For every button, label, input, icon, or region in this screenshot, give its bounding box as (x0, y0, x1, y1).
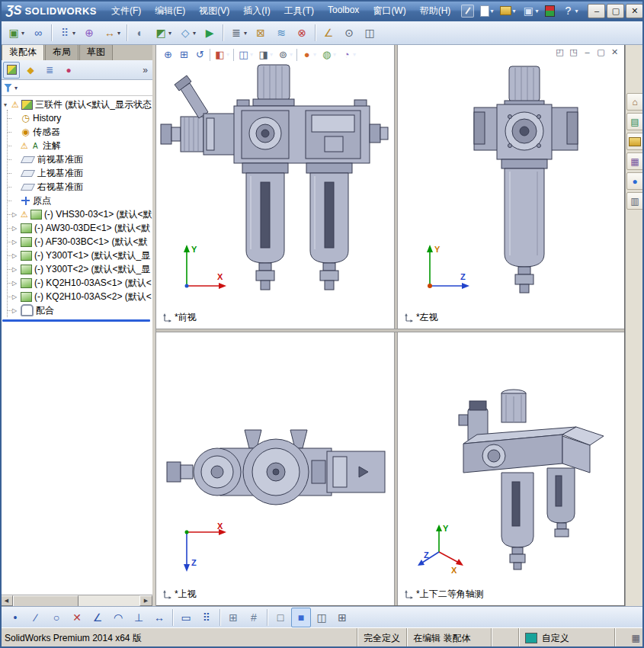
sketch-fillet-button[interactable]: ∠ (88, 608, 107, 627)
menu-toolbox[interactable]: Toolbox (321, 2, 366, 21)
reference-geometry-button[interactable]: ◇▾ (175, 23, 199, 43)
viewport-top[interactable]: X Z *上视 (156, 332, 394, 605)
shaded-with-edges-button[interactable]: ■ (291, 608, 311, 627)
linear-component-pattern-button[interactable]: ⠿▾ (55, 23, 78, 43)
tree-horizontal-scrollbar[interactable]: ◀ ▶ (0, 595, 152, 606)
exploded-view-button[interactable]: ⊠ (251, 23, 271, 43)
hide-show-items-button[interactable]: ⊚▾ (275, 47, 295, 63)
zoom-to-fit-button[interactable]: ⊕ (160, 47, 176, 63)
tree-item-annotations[interactable]: ⚠A注解 (0, 139, 152, 152)
viewport-front[interactable]: Y X *前视 (156, 45, 394, 329)
tree-item-component-kq2h10-03as-2[interactable]: ▷(-) KQ2H10-03AS<2> (默认< (0, 290, 152, 303)
rollback-bar[interactable] (2, 319, 150, 322)
save-document-button[interactable]: ▣▾ (520, 3, 540, 18)
snap-to-points-button[interactable]: # (244, 608, 264, 627)
expand-arrow-icon[interactable]: ▾ (2, 101, 9, 108)
menu-file[interactable]: 文件(F) (104, 2, 148, 21)
menu-edit[interactable]: 编辑(E) (148, 2, 192, 21)
viewport-splitter-horizontal[interactable] (156, 329, 625, 332)
bill-of-materials-button[interactable]: ≣▾ (226, 23, 250, 43)
point-button[interactable]: • (5, 608, 25, 627)
expand-arrow-icon[interactable]: ▷ (11, 307, 18, 314)
menu-tools[interactable]: 工具(T) (277, 2, 321, 21)
viewport-left[interactable]: Y Z *左视 (398, 45, 625, 329)
view-orientation-button[interactable]: ◫▾ (235, 47, 255, 63)
menu-insert[interactable]: 插入(I) (236, 2, 277, 21)
tab-assembly[interactable]: 装配体 (2, 43, 44, 60)
menu-pin-icon[interactable] (461, 5, 474, 18)
custom-properties-button[interactable]: ▥ (626, 192, 644, 210)
doc-restore-button[interactable]: ▢ (595, 47, 607, 58)
tree-item-component-y300t-1[interactable]: ▷(-) Y300T<1> (默认<默认_显 (0, 249, 152, 262)
zoom-to-area-button[interactable]: ⊞ (176, 47, 192, 63)
menu-view[interactable]: 视图(V) (192, 2, 236, 21)
featuremanager-tree-tab[interactable] (3, 62, 20, 79)
file-explorer-button[interactable] (626, 133, 644, 150)
interference-detection-button[interactable]: ⊗ (292, 23, 312, 43)
expand-arrow-icon[interactable]: ▷ (11, 211, 18, 218)
minimize-button[interactable]: – (588, 4, 605, 18)
expand-arrow-icon[interactable]: ▷ (11, 225, 18, 232)
doc-tile-right-button[interactable]: ◳ (568, 47, 579, 58)
status-units-selector[interactable]: 自定义 (518, 628, 615, 648)
configurationmanager-tab[interactable]: ≣ (41, 62, 58, 79)
tree-item-history[interactable]: ◷History (0, 111, 152, 125)
doc-close-button[interactable]: ✕ (609, 47, 620, 58)
doc-minimize-button[interactable]: – (582, 47, 593, 58)
edit-appearance-button[interactable]: ●▾ (299, 47, 319, 63)
solidworks-resources-button[interactable]: ⌂ (626, 93, 644, 111)
menu-window[interactable]: 窗口(W) (366, 2, 412, 21)
doc-tile-left-button[interactable]: ◰ (554, 47, 566, 58)
appearances-scenes-button[interactable]: ● (626, 172, 644, 190)
view-palette-button[interactable]: ▦ (626, 152, 644, 170)
section-properties-button[interactable]: ◫ (360, 23, 380, 43)
tree-item-sensors[interactable]: ◉传感器 (0, 125, 152, 139)
circle-button[interactable]: ○ (46, 608, 66, 627)
viewport-single-button[interactable]: □ (271, 608, 290, 627)
tree-item-front-plane[interactable]: 前视基准面 (0, 152, 152, 166)
scroll-right-icon[interactable]: ▶ (139, 595, 152, 606)
tree-item-right-plane[interactable]: 右视基准面 (0, 180, 152, 194)
tab-layout[interactable]: 布局 (45, 43, 78, 60)
expand-arrow-icon[interactable]: ▷ (11, 294, 18, 300)
viewport-four-button[interactable]: ⊞ (332, 608, 352, 627)
previous-view-button[interactable]: ↺ (192, 47, 208, 63)
open-document-button[interactable]: ▾ (498, 5, 517, 17)
tree-item-component-vhs30-03-1[interactable]: ▷⚠(-) VHS30-03<1> (默认<默 (0, 207, 152, 221)
explode-line-sketch-button[interactable]: ≋ (271, 23, 291, 43)
quick-tips-icon[interactable] (627, 633, 644, 643)
new-document-button[interactable]: ▾ (478, 4, 495, 18)
measure-button[interactable]: ∠ (319, 23, 338, 43)
trim-entities-button[interactable]: ✕ (67, 608, 87, 627)
insert-component-button[interactable]: ▣▾ (4, 23, 27, 43)
apply-scene-button[interactable]: ◍▾ (319, 47, 338, 63)
linear-sketch-pattern-button[interactable]: ⠿ (197, 608, 216, 627)
options-button[interactable] (543, 4, 557, 18)
tree-filter-bar[interactable]: ▾ (0, 80, 152, 96)
smart-fasteners-button[interactable]: ⊕ (79, 23, 99, 43)
expand-arrow-icon[interactable]: ▷ (11, 280, 18, 287)
tree-item-mates[interactable]: ▷配合 (0, 303, 152, 317)
scrollbar-track[interactable] (13, 595, 139, 606)
tree-item-root-assembly[interactable]: ▾⚠三联件 (默认<默认_显示状态 (0, 98, 152, 111)
tree-item-component-kq2h10-03as-1[interactable]: ▷(-) KQ2H10-03AS<1> (默认< (0, 276, 152, 290)
help-question-button[interactable]: ?▾ (559, 3, 580, 18)
panel-splitter[interactable] (152, 44, 156, 606)
scroll-left-icon[interactable]: ◀ (0, 595, 13, 606)
expand-arrow-icon[interactable]: ▷ (11, 239, 18, 245)
pane-overflow-chevron[interactable]: » (143, 65, 149, 75)
assembly-features-button[interactable]: ◩▾ (151, 23, 175, 43)
corner-rectangle-button[interactable]: ▭ (176, 608, 196, 627)
mate-button[interactable]: ∞ (28, 23, 48, 43)
add-relation-button[interactable]: ⊥ (129, 608, 149, 627)
expand-arrow-icon[interactable]: ▷ (11, 252, 18, 259)
tree-item-component-y300t-2[interactable]: ▷(-) Y300T<2> (默认<默认_显 (0, 262, 152, 276)
show-hidden-components-button[interactable]: ◐ (130, 23, 150, 43)
viewport-two-button[interactable]: ◫ (312, 608, 332, 627)
line-button[interactable]: ∕ (26, 608, 46, 627)
view-settings-button[interactable]: ◔▾ (338, 47, 358, 63)
tree-item-component-aw30-03de-1[interactable]: ▷(-) AW30-03DE<1> (默认<默 (0, 221, 152, 235)
display-style-button[interactable]: ◨▾ (255, 47, 275, 63)
close-button[interactable]: ✕ (626, 4, 643, 18)
tree-item-top-plane[interactable]: 上视基准面 (0, 166, 152, 180)
